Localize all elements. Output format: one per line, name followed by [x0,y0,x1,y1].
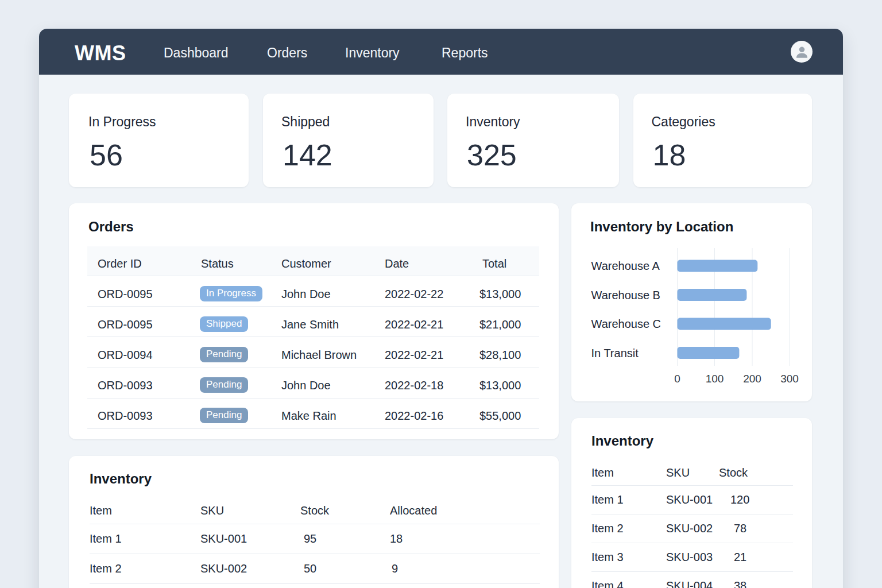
svg-text:100: 100 [706,373,724,385]
svg-text:In Transit: In Transit [591,346,639,359]
svg-text:200: 200 [743,373,761,385]
svg-text:0: 0 [674,373,680,385]
svg-text:Warehouse B: Warehouse B [591,288,660,301]
svg-text:Warehouse A: Warehouse A [591,260,660,272]
svg-text:Warehouse C: Warehouse C [591,318,661,330]
svg-text:300: 300 [780,373,799,385]
